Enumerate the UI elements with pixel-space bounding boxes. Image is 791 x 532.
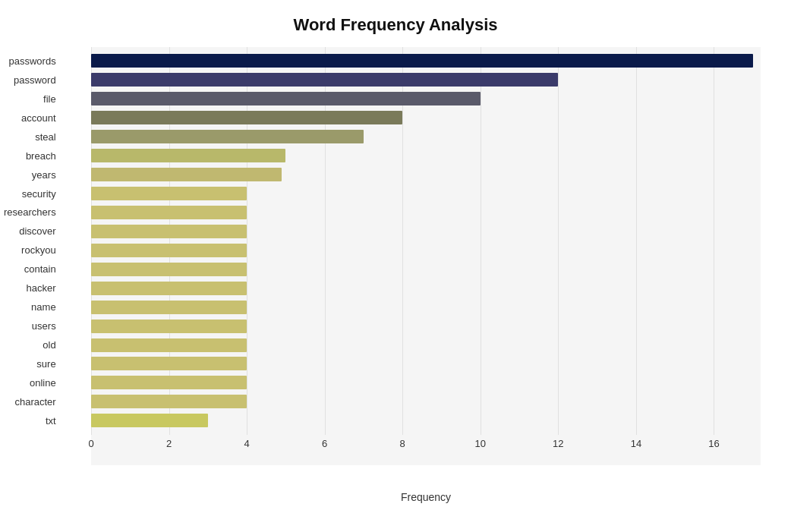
y-axis-label: contain [4, 261, 56, 278]
y-axis-label: hacker [4, 280, 56, 297]
bar [91, 73, 558, 87]
y-axis-label: passwords [4, 52, 56, 69]
bars-area [91, 47, 761, 435]
chart-container: Word Frequency Analysis passwordspasswor… [0, 0, 791, 532]
bar-row [91, 128, 761, 145]
y-axis-label: name [4, 299, 56, 316]
x-axis-label: 8 [400, 438, 405, 449]
x-axis: Frequency 0246810121416 [91, 435, 761, 465]
bar-row [91, 393, 761, 410]
bar-row [91, 166, 761, 183]
bar [91, 149, 285, 162]
bar-row [91, 185, 761, 202]
bar-row [91, 242, 761, 259]
bar [91, 111, 402, 124]
x-axis-label: 4 [244, 438, 249, 449]
bar-row [91, 71, 761, 88]
bar [91, 301, 247, 314]
bar [91, 187, 247, 200]
bar [91, 54, 753, 68]
x-axis-label: 12 [553, 438, 563, 449]
y-axis-label: breach [4, 147, 56, 164]
bar [91, 338, 247, 352]
bar [91, 168, 282, 181]
bar [91, 92, 481, 105]
bar-row [91, 204, 761, 221]
y-axis-label: researchers [4, 204, 56, 221]
x-axis-label: 6 [322, 438, 327, 449]
bar [91, 244, 247, 257]
y-axis-label: rockyou [4, 242, 56, 259]
bar-row [91, 90, 761, 107]
x-axis-label: 0 [88, 438, 93, 449]
y-labels: passwordspasswordfileaccountstealbreachy… [4, 47, 56, 435]
bar [91, 414, 208, 427]
y-axis-label: txt [4, 412, 56, 429]
bar-row [91, 223, 761, 240]
bar-row [91, 412, 761, 429]
bar-row [91, 318, 761, 335]
x-axis-label: 10 [475, 438, 486, 449]
bar-row [91, 355, 761, 372]
y-axis-label: online [4, 374, 56, 391]
bar [91, 206, 247, 219]
y-axis-label: sure [4, 355, 56, 372]
y-axis-label: security [4, 185, 56, 202]
bar-row [91, 299, 761, 316]
bar-row [91, 261, 761, 278]
y-axis-label: character [4, 393, 56, 410]
x-axis-label: 14 [631, 438, 641, 449]
bar [91, 130, 364, 143]
y-axis-label: old [4, 337, 56, 354]
bar [91, 225, 247, 238]
bar-row [91, 280, 761, 297]
chart-area: passwordspasswordfileaccountstealbreachy… [91, 47, 761, 465]
x-axis-title: Frequency [401, 491, 451, 503]
x-axis-label: 2 [166, 438, 172, 449]
y-axis-label: discover [4, 223, 56, 240]
bar [91, 357, 247, 370]
y-axis-label: password [4, 71, 56, 88]
bar-row [91, 109, 761, 126]
bar [91, 395, 247, 408]
bar [91, 263, 247, 276]
bar [91, 376, 247, 389]
y-axis-label: account [4, 109, 56, 126]
bar-row [91, 52, 761, 69]
x-axis-label: 16 [708, 438, 719, 449]
bar-row [91, 147, 761, 164]
chart-title: Word Frequency Analysis [30, 15, 761, 35]
bar-row [91, 337, 761, 354]
y-axis-label: years [4, 166, 56, 183]
bar-row [91, 374, 761, 391]
y-axis-label: steal [4, 128, 56, 145]
y-axis-label: file [4, 90, 56, 107]
y-axis-label: users [4, 318, 56, 335]
bar [91, 320, 247, 333]
bar [91, 282, 247, 295]
